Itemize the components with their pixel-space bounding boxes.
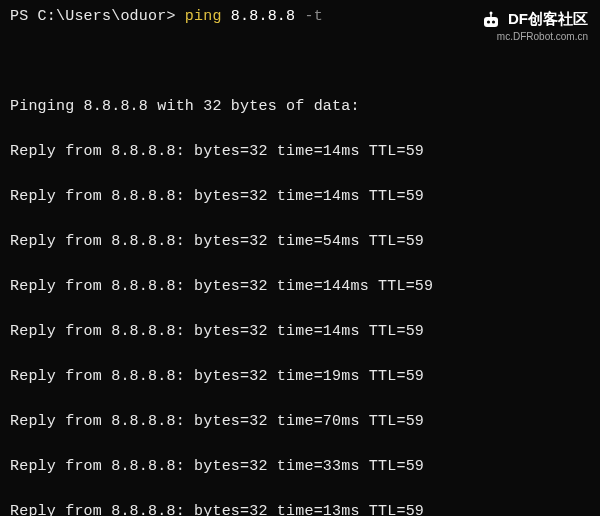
ping-reply: Reply from 8.8.8.8: bytes=32 time=14ms T… xyxy=(10,141,590,164)
svg-rect-2 xyxy=(484,17,498,27)
ping-reply: Reply from 8.8.8.8: bytes=32 time=33ms T… xyxy=(10,456,590,479)
ping-reply: Reply from 8.8.8.8: bytes=32 time=144ms … xyxy=(10,276,590,299)
ping-reply: Reply from 8.8.8.8: bytes=32 time=70ms T… xyxy=(10,411,590,434)
watermark: DF创客社区 mc.DFRobot.com.cn xyxy=(480,10,588,42)
watermark-sub: mc.DFRobot.com.cn xyxy=(480,31,588,42)
ping-reply: Reply from 8.8.8.8: bytes=32 time=13ms T… xyxy=(10,501,590,516)
robot-icon xyxy=(480,11,502,29)
svg-point-4 xyxy=(492,20,495,23)
ping-reply: Reply from 8.8.8.8: bytes=32 time=19ms T… xyxy=(10,366,590,389)
ping-reply: Reply from 8.8.8.8: bytes=32 time=14ms T… xyxy=(10,321,590,344)
blank-line xyxy=(10,51,590,74)
ping-header: Pinging 8.8.8.8 with 32 bytes of data: xyxy=(10,96,590,119)
watermark-main: DF创客社区 xyxy=(508,10,588,29)
ping-reply: Reply from 8.8.8.8: bytes=32 time=54ms T… xyxy=(10,231,590,254)
terminal-output[interactable]: PS C:\Users\oduor> ping 8.8.8.8 -t Pingi… xyxy=(0,0,600,516)
ping-reply: Reply from 8.8.8.8: bytes=32 time=14ms T… xyxy=(10,186,590,209)
svg-point-3 xyxy=(487,20,490,23)
